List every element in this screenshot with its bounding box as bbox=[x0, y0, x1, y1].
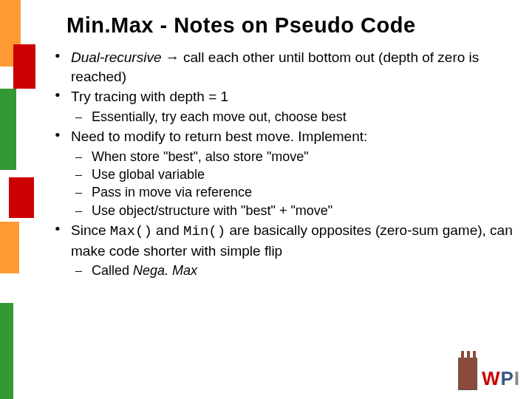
sub-bullet-text: When store "best", also store "move" bbox=[92, 149, 309, 164]
sub-bullet-item: Called Nega. Max bbox=[75, 262, 517, 279]
arrow-glyph: → bbox=[161, 50, 183, 65]
code-max: Max() bbox=[110, 223, 152, 239]
sub-bullet-text: Use global variable bbox=[92, 167, 205, 182]
sub-bullet-list: Essentially, try each move out, choose b… bbox=[71, 108, 517, 126]
bullet-item: Dual-recursive → call each other until b… bbox=[55, 48, 517, 86]
logo-text: WPI bbox=[482, 367, 520, 390]
color-block bbox=[0, 222, 19, 273]
decorative-sidebar bbox=[0, 0, 35, 399]
sub-bullet-item: Use global variable bbox=[75, 166, 517, 183]
bullet-list: Dual-recursive → call each other until b… bbox=[52, 48, 517, 280]
bullet-text: Since bbox=[71, 222, 110, 238]
term-negamax: Nega. Max bbox=[133, 263, 197, 278]
bullet-text: Need to modify to return best move. Impl… bbox=[71, 129, 367, 144]
sub-bullet-item: When store "best", also store "move" bbox=[75, 148, 517, 166]
sub-bullet-text: Called bbox=[92, 263, 133, 278]
sub-bullet-list: When store "best", also store "move" Use… bbox=[71, 148, 517, 219]
bullet-item: Need to modify to return best move. Impl… bbox=[55, 127, 517, 219]
logo-letter-p: P bbox=[500, 367, 514, 389]
code-min: Min() bbox=[183, 223, 225, 239]
logo-letter-w: W bbox=[482, 367, 501, 389]
color-block bbox=[0, 303, 13, 399]
slide-content: Min.Max - Notes on Pseudo Code Dual-recu… bbox=[52, 13, 517, 282]
color-block bbox=[9, 177, 34, 218]
bullet-item: Try tracing with depth = 1 Essentially, … bbox=[55, 87, 517, 126]
sub-bullet-text: Pass in move via reference bbox=[92, 185, 252, 200]
bullet-item: Since Max() and Min() are basically oppo… bbox=[55, 221, 517, 280]
sub-bullet-item: Essentially, try each move out, choose b… bbox=[75, 108, 517, 126]
sub-bullet-text: Use object/structure with "best" + "move… bbox=[92, 203, 332, 218]
term-dual-recursive: Dual-recursive bbox=[71, 50, 161, 65]
wpi-logo: WPI bbox=[458, 358, 520, 390]
logo-tower-icon bbox=[458, 358, 477, 390]
slide-title: Min.Max - Notes on Pseudo Code bbox=[66, 13, 517, 38]
color-block bbox=[13, 44, 35, 89]
sub-bullet-item: Pass in move via reference bbox=[75, 183, 517, 201]
color-block bbox=[0, 89, 16, 170]
bullet-text: Try tracing with depth = 1 bbox=[71, 89, 228, 104]
sub-bullet-text: Essentially, try each move out, choose b… bbox=[92, 109, 347, 124]
logo-letter-i: I bbox=[514, 367, 520, 389]
sub-bullet-item: Use object/structure with "best" + "move… bbox=[75, 202, 517, 219]
sub-bullet-list: Called Nega. Max bbox=[71, 262, 517, 279]
bullet-text: and bbox=[152, 222, 183, 238]
